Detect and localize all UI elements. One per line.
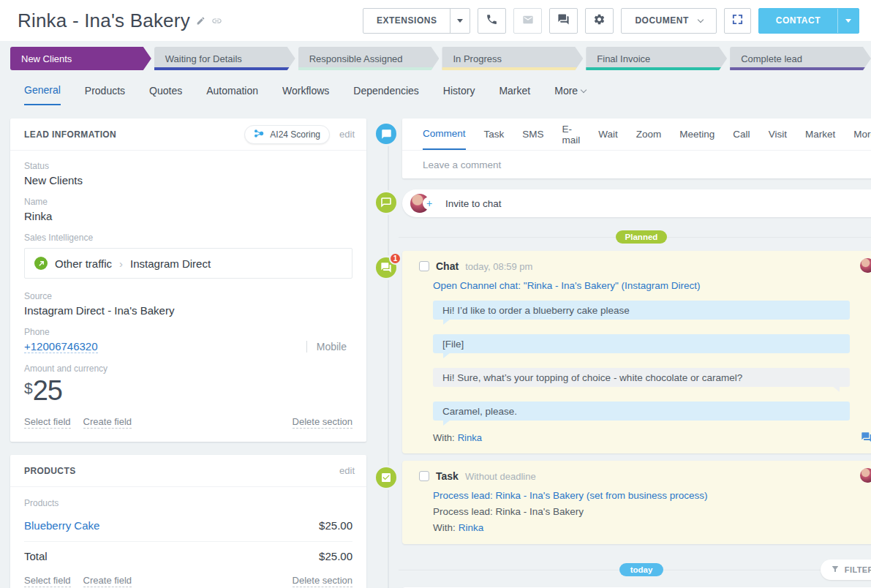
stage-waiting-for-details[interactable]: Waiting for Details — [154, 47, 295, 70]
chat-activity-card: 1 Chat today, 08:59 pm Open Channel chat… — [402, 251, 871, 453]
molecule-icon — [254, 129, 265, 140]
chat-message: Hi! I’d like to order a blueberry cake p… — [433, 301, 850, 320]
create-field-link[interactable]: Create field — [83, 575, 132, 587]
page-title: Rinka - Ina's Bakery — [18, 10, 190, 32]
select-field-link[interactable]: Select field — [24, 575, 71, 587]
total-label: Total — [24, 550, 48, 562]
tab-automation[interactable]: Automation — [206, 82, 258, 105]
product-row: Blueberry Cake $25.00 — [24, 511, 352, 542]
tab-dependencies[interactable]: Dependencies — [353, 82, 419, 105]
fullscreen-button[interactable] — [724, 8, 751, 34]
composer-tab-sms[interactable]: SMS — [522, 118, 543, 150]
contact-button[interactable]: CONTACT — [758, 8, 859, 34]
composer-tab-email[interactable]: E-mail — [562, 118, 581, 150]
composer-tab-meeting[interactable]: Meeting — [679, 118, 714, 150]
amount-label: Amount and currency — [24, 363, 352, 374]
ai-scoring-button[interactable]: AI24 Scoring — [244, 125, 330, 144]
stage-responsible-assigned[interactable]: Responsible Assigned — [298, 47, 440, 70]
settings-button[interactable] — [585, 8, 614, 34]
stage-in-progress[interactable]: In Progress — [442, 47, 583, 70]
composer-tab-more[interactable]: More — [853, 118, 871, 150]
name-value: Rinka — [24, 210, 352, 222]
call-button[interactable] — [478, 8, 506, 34]
pipeline-stage-bar: New Clients Waiting for Details Responsi… — [0, 41, 871, 70]
document-button[interactable]: DOCUMENT — [621, 8, 716, 34]
sales-intelligence-label: Sales Intelligence — [24, 233, 352, 243]
stage-final-invoice[interactable]: Final Invoice — [586, 47, 727, 70]
task-activity-card: Task Without deadline Process lead: Rink… — [402, 461, 871, 544]
products-list-label: Products — [24, 498, 352, 508]
task-checkbox[interactable] — [419, 471, 429, 481]
phone-icon — [486, 13, 498, 28]
stage-label: In Progress — [453, 53, 501, 64]
phone-type-label: Mobile — [306, 341, 347, 353]
task-title: Task — [436, 470, 459, 482]
tab-more[interactable]: More — [554, 82, 586, 105]
document-button-label[interactable]: DOCUMENT — [635, 15, 688, 26]
avatar[interactable] — [860, 258, 871, 273]
extensions-button-label[interactable]: EXTENSIONS — [363, 9, 450, 33]
chat-filled-icon: 1 — [374, 255, 399, 280]
composer-tab-wait[interactable]: Wait — [598, 118, 618, 150]
chat-checkbox[interactable] — [419, 261, 429, 271]
task-check-icon — [374, 465, 399, 490]
filter-button[interactable]: FILTER — [821, 559, 871, 580]
contact-dropdown-arrow[interactable] — [837, 9, 859, 33]
tab-products[interactable]: Products — [85, 82, 125, 105]
email-button[interactable] — [513, 8, 542, 34]
extensions-button[interactable]: EXTENSIONS — [363, 8, 470, 34]
delete-section-link[interactable]: Delete section — [293, 575, 352, 587]
composer-tab-market[interactable]: Market — [805, 118, 835, 150]
stage-complete-lead[interactable]: Complete lead — [730, 47, 871, 70]
edit-title-icon[interactable] — [196, 16, 206, 26]
expand-icon — [731, 13, 744, 28]
avatar[interactable] — [860, 468, 871, 483]
extensions-dropdown-arrow[interactable] — [450, 9, 470, 33]
stage-new-clients[interactable]: New Clients — [10, 47, 151, 70]
task-link[interactable]: Process lead: Rinka - Ina's Bakery (set … — [433, 490, 850, 501]
composer-tab-call[interactable]: Call — [733, 118, 750, 150]
stage-label: Complete lead — [741, 53, 802, 64]
tab-quotes[interactable]: Quotes — [149, 82, 182, 105]
chat-message: Hi! Sure, what’s your topping of choice … — [433, 368, 850, 387]
filter-button-label: FILTER — [845, 565, 871, 574]
products-card: PRODUCTS edit Products Blueberry Cake $2… — [10, 455, 366, 588]
chat-button[interactable] — [549, 8, 578, 34]
toolbar: EXTENSIONS DOCUMENT CONTACT — [363, 8, 859, 34]
composer-tab-task[interactable]: Task — [484, 118, 505, 150]
with-contact-link[interactable]: Rinka — [458, 432, 482, 443]
stage-underline — [298, 67, 440, 70]
tab-market[interactable]: Market — [499, 82, 530, 105]
select-field-link[interactable]: Select field — [24, 416, 71, 429]
tab-history[interactable]: History — [443, 82, 475, 105]
with-contact-link[interactable]: Rinka — [459, 522, 484, 533]
header: Rinka - Ina's Bakery EXTENSIONS DOCUMENT — [0, 0, 871, 41]
edit-link[interactable]: edit — [339, 129, 355, 140]
invite-to-chat-button[interactable]: + Invite to chat — [402, 189, 871, 217]
sales-intelligence-box[interactable]: Other traffic › Instagram Direct — [24, 248, 352, 279]
invite-to-chat-label: Invite to chat — [445, 198, 502, 209]
traffic-source-icon — [34, 257, 48, 270]
chat-messages: Hi! I’d like to order a blueberry cake p… — [402, 291, 871, 421]
composer-tab-visit[interactable]: Visit — [769, 118, 787, 150]
tab-general[interactable]: General — [24, 82, 61, 105]
section-title: PRODUCTS — [24, 466, 76, 476]
timeline-column: Comment Task SMS E-mail Wait Zoom Meetin… — [366, 105, 871, 588]
create-field-link[interactable]: Create field — [83, 416, 132, 429]
open-chat-icon[interactable] — [861, 431, 871, 443]
task-text: Process lead: Rinka - Ina's Bakery — [433, 506, 850, 517]
products-total-row: Total $25.00 — [24, 542, 352, 572]
link-icon[interactable] — [211, 15, 222, 26]
phone-link[interactable]: +12006746320 — [24, 340, 98, 353]
edit-link[interactable]: edit — [339, 465, 355, 476]
product-name-link[interactable]: Blueberry Cake — [24, 519, 99, 532]
composer-tab-zoom[interactable]: Zoom — [636, 118, 662, 150]
composer-tab-comment[interactable]: Comment — [423, 118, 466, 150]
delete-section-link[interactable]: Delete section — [293, 416, 352, 429]
total-value: $25.00 — [319, 550, 352, 562]
contact-button-label[interactable]: CONTACT — [759, 9, 837, 33]
tab-workflows[interactable]: Workflows — [282, 82, 329, 105]
open-channel-chat-link[interactable]: Open Channel chat: "Rinka - Ina's Bakery… — [402, 272, 871, 291]
chat-message: Caramel, please. — [433, 402, 850, 421]
comment-input[interactable]: Leave a comment — [402, 151, 871, 178]
